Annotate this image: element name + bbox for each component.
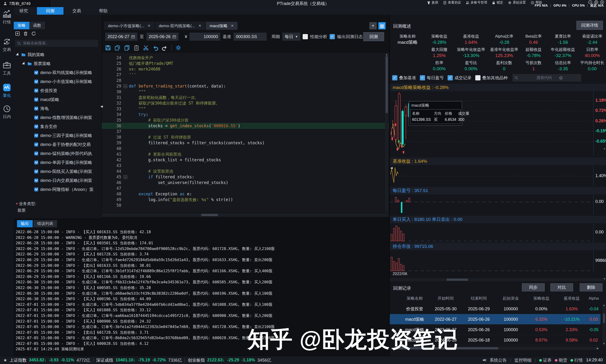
close-tab-icon[interactable]: ✕ (198, 24, 202, 28)
close-button[interactable] (600, 0, 604, 4)
code-line-43[interactable]: 43 (102, 163, 389, 169)
code-line-35[interactable]: 35 # 获取沪深300成分股 (102, 117, 389, 123)
records-col-策略名称[interactable]: 策略名称 (400, 294, 429, 303)
code-editor[interactable]: 24优惠佣金开户25低门槛开通Ptrade/QMT26vx: mork24680… (102, 53, 389, 213)
select-all-checkbox[interactable] (390, 294, 400, 303)
paste-button[interactable] (134, 45, 139, 51)
redo-button[interactable] (162, 45, 168, 51)
cut-button[interactable] (143, 45, 149, 51)
rail-item-日内[interactable]: 日内 (0, 104, 14, 119)
position-value-chart[interactable]: 99860.00 (390, 250, 606, 272)
tree-item[interactable]: demo-小市值策略(示例策略 (14, 77, 102, 86)
refresh-strategies-button[interactable] (31, 31, 36, 36)
expander-icon[interactable] (22, 62, 26, 65)
rail-item-行情[interactable]: 行情 (0, 10, 14, 25)
benchmark-return-chart[interactable]: 1.40% (390, 165, 606, 186)
menu-tab-帮助[interactable]: 帮助 (90, 7, 117, 15)
toggle-叠加基准[interactable]: ✓叠加基准 (392, 75, 416, 81)
code-line-38[interactable]: 38 # 过滤 ST 和停牌股票 (102, 134, 389, 140)
code-line-26[interactable]: 26vx: mork24680 (102, 66, 389, 72)
strategy-tab-策略[interactable]: 策略 (14, 22, 29, 29)
sync-button[interactable]: 同步 (522, 283, 545, 291)
tree-item[interactable]: demo-日内交易策略(示例策 (14, 176, 102, 185)
tree-item[interactable]: demo-猛犸策略(外部代码执 (14, 149, 102, 158)
run-backtest-button[interactable]: 回测 (363, 32, 384, 41)
strategy-search-input[interactable]: 策略名称搜索.. (15, 40, 98, 47)
end-date-input[interactable]: 2025-06-26 (146, 33, 179, 41)
checkbox[interactable]: ✓ (392, 75, 397, 80)
tree-folder-stock[interactable]: 股票策略 (14, 59, 102, 68)
clear-search-icon[interactable] (559, 76, 579, 80)
close-tab-icon[interactable]: ✕ (148, 24, 151, 28)
save-button[interactable] (105, 45, 111, 51)
titlebar-action-换肤[interactable]: 换肤 (427, 0, 438, 5)
tree-folder-root[interactable]: 我的策略 (14, 50, 102, 59)
editor-tab[interactable]: demo-小市值策略(...✕ (104, 22, 154, 30)
fold-marker[interactable]: − (124, 175, 127, 179)
tree-item[interactable]: demo-单因子策略(示例策略 (14, 158, 102, 167)
code-line-41[interactable]: 41 # 更新全局股票池 (102, 151, 389, 157)
titlebar-action-系统设置[interactable]: 系统设置 (508, 0, 526, 5)
expander-icon[interactable] (16, 53, 20, 56)
menu-tab-研究[interactable]: 研究 (10, 7, 37, 15)
tree-item[interactable]: demo-三因子策略(示例策略 (14, 131, 102, 140)
charts-horizontal-scrollbar[interactable] (390, 278, 606, 281)
performance-analysis-checkbox[interactable] (303, 34, 308, 39)
code-line-24[interactable]: 24优惠佣金开户 (102, 55, 389, 61)
code-line-49[interactable]: 49 log.info("盘前选股失败: %s" % str(e)) (102, 197, 389, 202)
close-tab-icon[interactable]: ✕ (231, 24, 234, 28)
editor-settings-button[interactable] (176, 45, 181, 51)
code-line-48[interactable]: 48 except Exception as e: (102, 191, 389, 197)
initial-cash-input[interactable]: 100000 (190, 33, 220, 41)
code-line-33[interactable]: 33 """ (102, 106, 389, 112)
record-row[interactable]: macd策略2022-06-272025-06-261000006.32%-10… (390, 314, 601, 325)
output-log-checkbox[interactable]: ✓ (330, 34, 335, 39)
add-strategy-button[interactable] (15, 31, 20, 36)
records-col-Alpha[interactable]: Alpha (587, 294, 601, 303)
code-line-31[interactable]: 31 盘前初始化函数，每天运行一次。 (102, 95, 389, 100)
toggle-叠加其他品种[interactable]: 叠加其他品种 (475, 75, 508, 81)
output-tab-输出[interactable]: 输出 (17, 220, 33, 227)
minimize-button[interactable] (588, 0, 592, 4)
titlebar-action-查看协议[interactable]: 查看协议 (443, 0, 461, 5)
code-line-42[interactable]: 42 g.stock_list = filtered_stocks (102, 157, 389, 163)
menu-tab-回测[interactable]: 回测 (37, 7, 63, 15)
titlebar-action-锁定[interactable]: 锁定 (492, 0, 503, 5)
tree-item[interactable]: demo-基于协整的配对交易 (14, 140, 102, 149)
code-line-47[interactable]: 47 (102, 185, 389, 191)
checkbox[interactable]: ✓ (448, 75, 453, 80)
code-line-40[interactable]: 40 (102, 146, 389, 151)
records-vertical-scrollbar[interactable]: ▲ ▼ (603, 304, 606, 345)
fold-marker[interactable]: − (124, 84, 127, 88)
menu-tab-交易[interactable]: 交易 (63, 7, 90, 15)
daily-buy-sell-chart[interactable]: 0.00 (390, 223, 606, 242)
output-tab-错误列表[interactable]: 错误列表 (33, 220, 57, 227)
backtest-detail-button[interactable]: 回测详情 (576, 21, 603, 30)
undo-button[interactable] (152, 45, 158, 51)
record-row[interactable]: 价值投资2025-05-302025-06-291000000.00%1.63%… (390, 304, 601, 314)
code-line-27[interactable]: 27''' (102, 72, 389, 78)
tree-item[interactable]: 海龟 (14, 104, 102, 113)
benchmark-input[interactable]: 000300.SS (234, 33, 267, 41)
new-tab-button[interactable]: + (370, 22, 376, 29)
code-line-34[interactable]: 34 try: (102, 112, 389, 117)
editor-horizontal-scrollbar[interactable] (102, 213, 389, 217)
splitter-collapse-arrow[interactable]: ◀ (100, 104, 103, 108)
tree-item[interactable]: demo-阿隆指标（Aroon）策 (14, 185, 102, 194)
code-line-39[interactable]: 39 filtered_stocks = filter_stocks(conte… (102, 140, 389, 146)
tree-item[interactable]: 价值投资 (14, 86, 102, 95)
records-col-起始资金[interactable]: 起始资金 (496, 294, 526, 303)
restore-button[interactable] (594, 0, 598, 4)
editor-vertical-scrollbar[interactable]: ▲ (385, 53, 388, 213)
code-line-45[interactable]: 45− if filtered_stocks: (102, 174, 389, 180)
records-col-结束时间[interactable]: 结束时间 (462, 294, 496, 303)
compare-button[interactable]: 对比 (550, 283, 573, 291)
panel-splitter-arrow[interactable]: ◀ (390, 166, 393, 169)
save-all-button[interactable] (115, 45, 120, 51)
code-line-30[interactable]: 30 """ (102, 89, 389, 95)
records-col-基准收益[interactable]: 基准收益 (556, 294, 587, 303)
code-line-28[interactable]: 28 (102, 78, 389, 83)
toggle-成交记录[interactable]: ✓成交记录 (448, 75, 471, 81)
editor-tab[interactable]: demo-双均线策略(...✕ (155, 22, 205, 30)
tree-item[interactable]: macd策略 (14, 95, 102, 104)
